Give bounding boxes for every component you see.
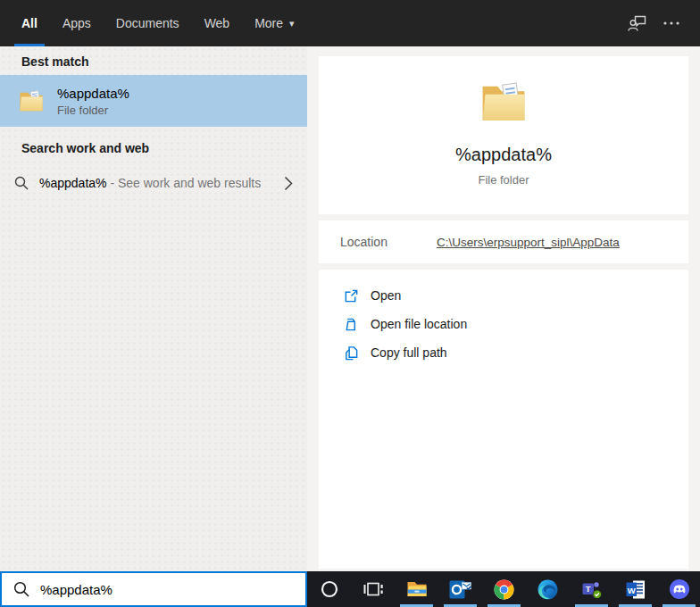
suggestion-query: %appdata% bbox=[39, 176, 107, 190]
filter-tabs: All Apps Documents Web More ▾ bbox=[14, 0, 302, 46]
open-file-location-label: Open file location bbox=[371, 317, 467, 331]
open-action[interactable]: Open bbox=[319, 281, 688, 310]
best-match-subtitle: File folder bbox=[57, 104, 129, 117]
folder-icon bbox=[479, 79, 529, 125]
best-match-result[interactable]: %appdata% File folder bbox=[0, 75, 307, 127]
taskbar: T W bbox=[307, 571, 700, 607]
taskbar-outlook-button[interactable] bbox=[438, 571, 482, 607]
tab-more[interactable]: More ▾ bbox=[247, 0, 301, 46]
search-icon bbox=[13, 581, 29, 597]
web-suggestion-row[interactable]: %appdata% - See work and web results bbox=[0, 165, 307, 201]
suggestion-text: %appdata% - See work and web results bbox=[39, 176, 261, 190]
chrome-icon bbox=[494, 579, 514, 600]
search-input[interactable] bbox=[40, 573, 305, 605]
windows-search-flyout: All Apps Documents Web More ▾ bbox=[0, 0, 700, 607]
search-icon bbox=[14, 176, 29, 190]
taskbar-search-box[interactable] bbox=[0, 571, 307, 607]
taskbar-edge-button[interactable] bbox=[526, 571, 570, 607]
results-list-panel: Best match %appdata% File folder Search … bbox=[0, 46, 307, 571]
open-action-label: Open bbox=[371, 288, 401, 303]
taskbar-file-explorer-button[interactable] bbox=[395, 571, 438, 607]
topbar-actions bbox=[627, 0, 700, 46]
svg-text:W: W bbox=[627, 585, 635, 595]
taskbar-teams-button[interactable]: T bbox=[570, 571, 613, 607]
file-explorer-icon bbox=[406, 579, 428, 599]
more-options-button[interactable] bbox=[662, 21, 680, 26]
open-file-location-icon bbox=[344, 317, 359, 332]
tab-documents-label: Documents bbox=[116, 16, 179, 30]
folder-icon bbox=[18, 88, 45, 113]
task-view-icon bbox=[362, 578, 384, 600]
tab-web-label: Web bbox=[204, 16, 230, 30]
tab-more-label: More bbox=[254, 16, 283, 30]
teams-icon: T bbox=[581, 579, 603, 600]
best-match-header: Best match bbox=[21, 54, 307, 69]
location-label: Location bbox=[340, 235, 437, 249]
tab-web[interactable]: Web bbox=[197, 0, 238, 46]
suggestion-suffix: - See work and web results bbox=[107, 176, 262, 190]
chevron-right-icon bbox=[284, 176, 293, 191]
discord-icon bbox=[669, 578, 690, 600]
feedback-button[interactable] bbox=[627, 12, 648, 34]
copy-full-path-action[interactable]: Copy full path bbox=[319, 338, 688, 367]
results-area: Best match %appdata% File folder Search … bbox=[0, 46, 700, 571]
taskbar-task-view-button[interactable] bbox=[351, 571, 395, 607]
open-file-location-action[interactable]: Open file location bbox=[319, 310, 688, 338]
actions-card: Open Open file location Copy full path bbox=[319, 270, 688, 569]
preview-subtitle: File folder bbox=[478, 173, 529, 187]
open-icon bbox=[344, 288, 359, 304]
tab-apps-label: Apps bbox=[62, 16, 91, 30]
preview-title: %appdata% bbox=[455, 145, 552, 165]
best-match-texts: %appdata% File folder bbox=[57, 86, 129, 117]
cortana-icon bbox=[320, 579, 339, 599]
chevron-down-icon: ▾ bbox=[289, 18, 295, 29]
tab-all-label: All bbox=[21, 16, 38, 30]
taskbar-word-button[interactable]: W bbox=[613, 571, 657, 607]
svg-text:T: T bbox=[585, 583, 590, 593]
bottom-bar: T W bbox=[0, 571, 700, 607]
web-search-header: Search work and web bbox=[21, 141, 307, 155]
tab-all[interactable]: All bbox=[14, 0, 45, 46]
edge-icon bbox=[538, 579, 558, 600]
outlook-icon bbox=[449, 579, 471, 600]
taskbar-discord-button[interactable] bbox=[657, 571, 700, 607]
taskbar-chrome-button[interactable] bbox=[482, 571, 526, 607]
taskbar-cortana-button[interactable] bbox=[307, 571, 351, 607]
tab-apps[interactable]: Apps bbox=[55, 0, 98, 46]
tab-documents[interactable]: Documents bbox=[109, 0, 187, 46]
copy-full-path-label: Copy full path bbox=[371, 345, 447, 360]
preview-card: %appdata% File folder bbox=[319, 56, 688, 214]
feedback-icon bbox=[627, 12, 648, 34]
location-path-link[interactable]: C:\Users\erpsupport_sipl\AppData bbox=[437, 236, 620, 249]
copy-icon bbox=[344, 345, 359, 361]
search-filter-bar: All Apps Documents Web More ▾ bbox=[0, 0, 700, 46]
result-detail-panel: %appdata% File folder Location C:\Users\… bbox=[307, 46, 700, 571]
best-match-title: %appdata% bbox=[57, 86, 129, 101]
location-card: Location C:\Users\erpsupport_sipl\AppDat… bbox=[319, 220, 688, 263]
more-options-icon bbox=[662, 21, 680, 26]
word-icon: W bbox=[625, 579, 646, 600]
